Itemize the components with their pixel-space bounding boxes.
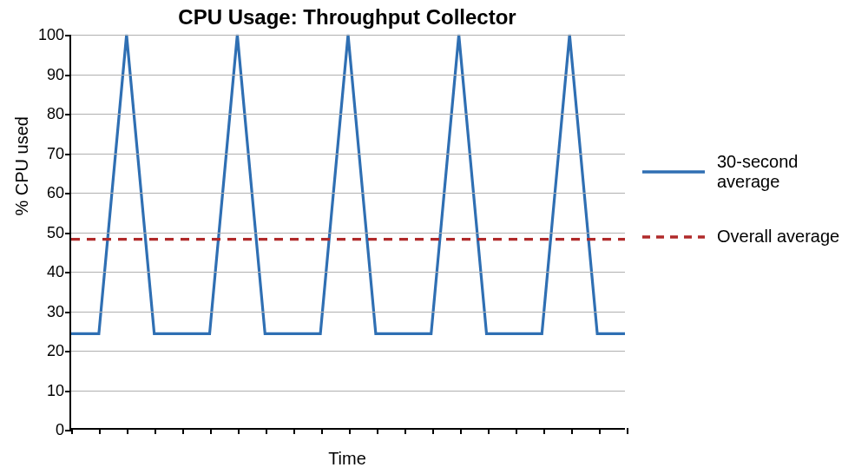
y-tick-label: 10 — [47, 381, 64, 399]
y-tick-mark — [65, 391, 71, 392]
y-axis-label: % CPU used — [12, 116, 32, 216]
y-tick-label: 40 — [47, 263, 64, 281]
legend-label: 30-second average — [717, 152, 859, 192]
x-tick-mark — [127, 428, 128, 434]
legend-item-30-second-average: 30-second average — [642, 152, 859, 192]
legend-item-overall-average: Overall average — [642, 227, 859, 247]
gridline — [71, 312, 625, 313]
x-tick-mark — [404, 428, 406, 434]
gridline — [71, 391, 625, 392]
y-tick-mark — [65, 35, 71, 36]
x-tick-mark — [293, 428, 295, 434]
legend-label: Overall average — [717, 227, 839, 247]
y-tick-label: 50 — [47, 223, 64, 241]
y-tick-label: 90 — [47, 65, 64, 83]
y-tick-label: 70 — [47, 144, 64, 162]
x-tick-mark — [349, 428, 351, 434]
y-tick-mark — [65, 75, 71, 76]
y-tick-label: 20 — [47, 342, 64, 360]
y-tick-label: 60 — [47, 184, 64, 202]
chart-container: CPU Usage: Throughput Collector % CPU us… — [0, 0, 868, 474]
legend-swatch-dashed — [642, 228, 705, 246]
x-tick-mark — [543, 428, 545, 434]
x-tick-mark — [155, 428, 156, 434]
x-tick-mark — [516, 428, 517, 434]
x-tick-mark — [432, 428, 434, 434]
chart-title: CPU Usage: Throughput Collector — [69, 5, 625, 30]
gridline — [71, 233, 625, 234]
y-tick-label: 0 — [56, 421, 64, 439]
x-tick-mark — [238, 428, 240, 434]
x-tick-mark — [321, 428, 323, 434]
x-tick-mark — [460, 428, 462, 434]
gridline — [71, 114, 625, 115]
y-tick-mark — [65, 114, 71, 115]
series-line — [71, 35, 625, 333]
gridline — [71, 75, 625, 76]
y-tick-mark — [65, 233, 71, 234]
y-tick-mark — [65, 312, 71, 313]
series-layer — [71, 35, 625, 428]
gridline — [71, 272, 625, 273]
y-tick-mark — [65, 154, 71, 155]
x-tick-mark — [99, 428, 101, 434]
gridline — [71, 193, 625, 194]
x-tick-mark — [71, 428, 73, 434]
x-tick-mark — [210, 428, 212, 434]
x-tick-mark — [571, 428, 573, 434]
legend: 30-second average Overall average — [642, 152, 859, 281]
y-tick-label: 100 — [38, 26, 64, 44]
gridline — [71, 154, 625, 155]
gridline — [71, 35, 625, 36]
x-tick-mark — [182, 428, 184, 434]
x-tick-mark — [377, 428, 378, 434]
legend-swatch-solid — [642, 163, 705, 181]
plot-area: 0102030405060708090100 — [69, 35, 625, 430]
y-tick-label: 80 — [47, 105, 64, 123]
x-axis-label: Time — [69, 449, 625, 469]
x-tick-mark — [266, 428, 267, 434]
y-tick-mark — [65, 351, 71, 352]
y-tick-mark — [65, 193, 71, 194]
y-tick-mark — [65, 272, 71, 273]
y-tick-label: 30 — [47, 302, 64, 320]
x-tick-mark — [599, 428, 601, 434]
gridline — [71, 351, 625, 352]
x-tick-mark — [627, 428, 628, 434]
x-tick-mark — [488, 428, 490, 434]
y-tick-mark — [65, 430, 71, 431]
